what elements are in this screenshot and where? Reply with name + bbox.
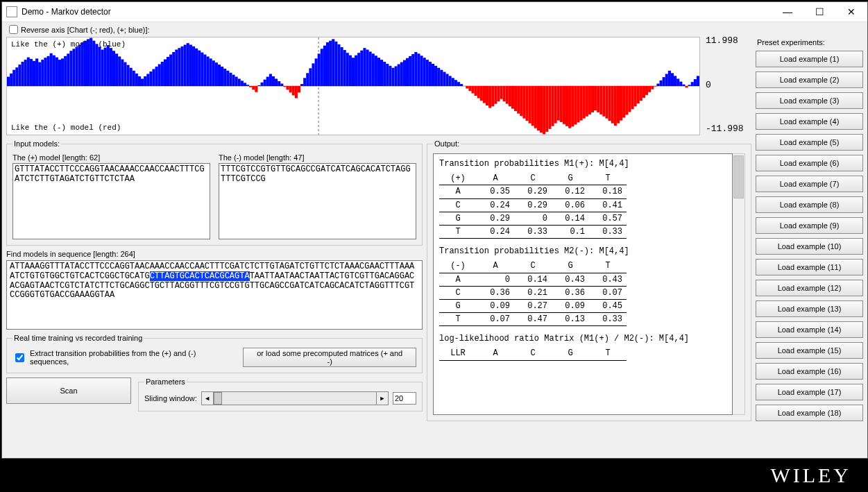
svg-rect-203 bbox=[580, 86, 583, 121]
preset-button-3[interactable]: Load example (3) bbox=[756, 92, 863, 109]
svg-rect-108 bbox=[309, 68, 312, 86]
minimize-button[interactable]: — bbox=[772, 2, 803, 22]
svg-rect-20 bbox=[58, 60, 61, 86]
preset-button-2[interactable]: Load example (2) bbox=[756, 71, 863, 88]
preset-button-9[interactable]: Load example (9) bbox=[756, 217, 863, 234]
sliding-window-label: Sliding window: bbox=[144, 394, 197, 402]
svg-rect-131 bbox=[375, 56, 377, 86]
svg-rect-76 bbox=[218, 65, 221, 86]
slider-thumb[interactable] bbox=[214, 392, 222, 405]
extract-checkbox[interactable] bbox=[15, 353, 24, 362]
preset-button-5[interactable]: Load example (5) bbox=[756, 134, 863, 151]
svg-rect-138 bbox=[395, 66, 398, 86]
reverse-axis-checkbox[interactable] bbox=[9, 25, 18, 34]
svg-rect-65 bbox=[187, 43, 189, 86]
svg-rect-155 bbox=[443, 72, 445, 86]
preset-button-11[interactable]: Load example (11) bbox=[756, 259, 863, 275]
svg-rect-106 bbox=[303, 78, 306, 86]
svg-rect-240 bbox=[685, 86, 688, 87]
svg-rect-51 bbox=[146, 74, 149, 86]
scan-button[interactable]: Scan bbox=[6, 378, 131, 404]
svg-rect-98 bbox=[280, 83, 283, 86]
svg-rect-180 bbox=[514, 86, 517, 111]
svg-rect-125 bbox=[357, 53, 360, 86]
svg-rect-61 bbox=[175, 49, 178, 86]
svg-rect-45 bbox=[130, 68, 133, 86]
svg-rect-12 bbox=[35, 58, 38, 86]
preset-button-12[interactable]: Load example (12) bbox=[756, 280, 863, 296]
svg-rect-183 bbox=[522, 86, 525, 119]
svg-rect-42 bbox=[121, 59, 124, 86]
svg-rect-179 bbox=[511, 86, 514, 109]
output-textarea[interactable]: Transition probabilities M1(+): M[4,4] (… bbox=[433, 153, 733, 415]
svg-rect-85 bbox=[244, 83, 246, 86]
preset-button-6[interactable]: Load example (6) bbox=[756, 155, 863, 171]
svg-rect-62 bbox=[178, 48, 180, 86]
svg-rect-223 bbox=[637, 86, 640, 103]
preset-button-16[interactable]: Load example (16) bbox=[756, 363, 863, 380]
preset-button-14[interactable]: Load example (14) bbox=[756, 321, 863, 338]
sliding-window-slider[interactable]: ◄ ► bbox=[201, 391, 389, 405]
svg-rect-122 bbox=[349, 56, 352, 86]
maximize-button[interactable]: ☐ bbox=[803, 2, 835, 22]
output-scrollbar[interactable] bbox=[733, 153, 745, 415]
svg-rect-146 bbox=[417, 53, 420, 86]
find-seq-input[interactable]: ATTAAAGGTTTATACCTTCCCAGGTAACAAACCAACCAAC… bbox=[6, 260, 423, 330]
preset-button-15[interactable]: Load example (15) bbox=[756, 342, 863, 359]
preset-button-17[interactable]: Load example (17) bbox=[756, 384, 863, 400]
input-models-group: Input models: The (+) model [length: 62]… bbox=[6, 139, 423, 246]
slider-left-icon[interactable]: ◄ bbox=[202, 392, 214, 405]
svg-rect-176 bbox=[503, 86, 506, 101]
preset-button-8[interactable]: Load example (8) bbox=[756, 196, 863, 213]
preset-button-1[interactable]: Load example (1) bbox=[756, 51, 863, 67]
extract-option[interactable]: Extract transition probabilities from th… bbox=[12, 349, 236, 366]
svg-rect-149 bbox=[426, 60, 429, 86]
svg-rect-189 bbox=[540, 86, 543, 133]
svg-rect-214 bbox=[611, 86, 614, 124]
svg-rect-168 bbox=[480, 86, 483, 101]
training-legend: Real time training vs recorded training bbox=[12, 334, 144, 342]
preset-button-18[interactable]: Load example (18) bbox=[756, 405, 863, 421]
svg-rect-160 bbox=[457, 82, 460, 86]
output-group: Output: Transition probabilities M1(+): … bbox=[427, 139, 751, 421]
svg-rect-63 bbox=[181, 46, 184, 86]
svg-rect-148 bbox=[423, 58, 426, 86]
svg-rect-239 bbox=[682, 85, 685, 86]
svg-rect-177 bbox=[506, 86, 509, 104]
load-matrices-button[interactable]: or load some precomputed matrices (+ and… bbox=[243, 348, 416, 367]
preset-button-13[interactable]: Load example (13) bbox=[756, 300, 863, 317]
reverse-axis-option[interactable]: Reverse axis [Chart (-; red), (+; blue)]… bbox=[6, 25, 150, 34]
svg-rect-140 bbox=[400, 62, 403, 86]
titlebar[interactable]: Demo - Markov detector — ☐ ✕ bbox=[2, 2, 867, 22]
minus-model-input[interactable] bbox=[219, 163, 416, 239]
svg-rect-121 bbox=[346, 53, 349, 86]
svg-rect-39 bbox=[112, 51, 115, 86]
svg-rect-190 bbox=[543, 86, 545, 134]
slider-right-icon[interactable]: ► bbox=[376, 392, 388, 405]
svg-rect-48 bbox=[138, 76, 141, 86]
svg-rect-53 bbox=[152, 69, 155, 86]
sliding-window-value[interactable] bbox=[393, 392, 416, 405]
preset-button-7[interactable]: Load example (7) bbox=[756, 176, 863, 192]
svg-rect-163 bbox=[466, 86, 468, 89]
svg-rect-50 bbox=[144, 76, 146, 86]
svg-rect-144 bbox=[411, 54, 414, 86]
svg-rect-70 bbox=[201, 53, 203, 86]
preset-button-4[interactable]: Load example (4) bbox=[756, 113, 863, 130]
scrollbar-thumb[interactable] bbox=[733, 155, 744, 198]
svg-rect-233 bbox=[665, 74, 668, 86]
svg-rect-73 bbox=[210, 58, 212, 86]
svg-rect-102 bbox=[292, 86, 295, 95]
svg-rect-56 bbox=[161, 62, 164, 86]
preset-button-10[interactable]: Load example (10) bbox=[756, 238, 863, 255]
svg-rect-202 bbox=[577, 86, 579, 123]
svg-rect-182 bbox=[520, 86, 522, 116]
svg-rect-197 bbox=[563, 86, 565, 124]
axis-min: -11.998 bbox=[706, 124, 744, 134]
close-button[interactable]: ✕ bbox=[835, 2, 867, 22]
plus-model-input[interactable] bbox=[12, 163, 210, 239]
svg-rect-107 bbox=[306, 73, 309, 86]
svg-rect-97 bbox=[278, 81, 280, 86]
svg-rect-217 bbox=[620, 86, 622, 121]
parameters-group: Parameters Sliding window: ◄ ► bbox=[138, 378, 423, 412]
